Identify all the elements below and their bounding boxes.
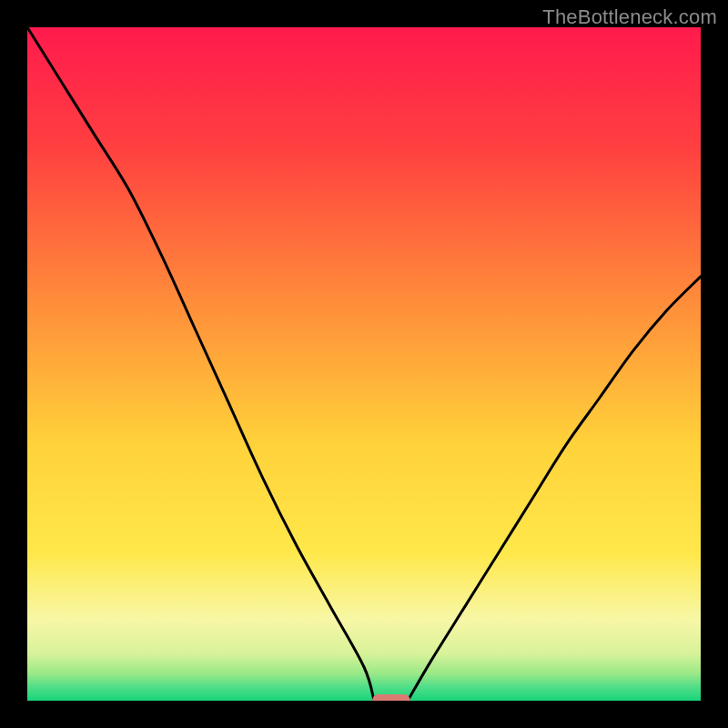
chart-frame: TheBottleneck.com xyxy=(0,0,728,728)
curve-left-segment xyxy=(27,27,374,701)
bottleneck-curve xyxy=(27,27,701,701)
curve-right-segment xyxy=(408,277,701,701)
watermark-text: TheBottleneck.com xyxy=(542,5,717,29)
plot-area xyxy=(27,27,701,701)
optimal-marker xyxy=(372,694,410,701)
